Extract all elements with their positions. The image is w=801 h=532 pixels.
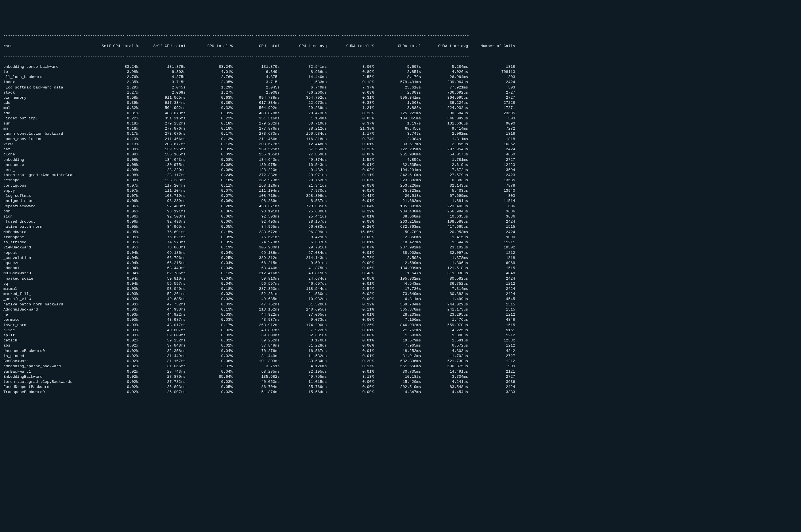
cell-cpu-total: 277.876ms — [234, 126, 281, 131]
cell-cpu-pct: 0.06% — [187, 209, 234, 214]
cell-calls: 13635 — [470, 178, 517, 183]
table-row: unsqueeze0.08%130.975ms0.08%130.975ms10.… — [3, 163, 798, 168]
cell-self-cpu: 47.752ms — [140, 302, 187, 307]
cell-name: detach_ — [3, 338, 93, 343]
table-row: AddcmulBackward0.03%44.933ms0.13%213.152… — [3, 307, 798, 312]
cell-name: cat — [3, 147, 93, 152]
cell-self-cpu-pct: 0.03% — [93, 307, 140, 312]
cell-self-cpu-pct: 0.03% — [93, 328, 140, 333]
cell-cuda-avg: 1.378ms — [423, 255, 470, 261]
cell-cuda-total: 2.505s — [376, 255, 423, 261]
cell-cuda-avg: 16.383us — [423, 178, 470, 183]
cell-calls: 3636 — [470, 209, 517, 214]
table-row: contiguous0.07%117.204ms0.11%168.126ms21… — [3, 183, 798, 188]
cell-cuda-total: 3.749s — [376, 131, 423, 136]
cell-calls: 2727 — [470, 374, 517, 379]
cell-name: native_batch_norm — [3, 224, 93, 229]
cell-cpu-total: 168.126ms — [234, 183, 281, 188]
cell-cpu-avg: 16.567us — [281, 348, 328, 354]
cell-cuda-avg: 2.619us — [423, 163, 470, 168]
cell-calls: 3333 — [470, 390, 517, 395]
cell-name: AddcmulBackward — [3, 307, 93, 312]
cell-cpu-avg: 32.681us — [281, 333, 328, 338]
cell-cpu-pct: 83.24% — [187, 64, 234, 70]
cell-self-cpu-pct: 0.05% — [93, 224, 140, 229]
cell-cuda-total: 202.519ms — [376, 384, 423, 390]
table-row: _index_put_impl_0.22%351.316ms0.22%351.3… — [3, 116, 798, 121]
cell-name: _masked_scale — [3, 276, 93, 281]
cell-name: torch::autograd::AccumulateGrad — [3, 173, 93, 178]
table-row: reshape0.08%123.238ms0.18%282.973ms20.75… — [3, 178, 798, 183]
cell-self-cpu: 504.992ms — [140, 106, 187, 111]
cell-cuda-avg: 606.875us — [423, 364, 470, 369]
cell-cpu-avg: 14.440ms — [281, 75, 328, 80]
cell-cpu-avg: 364.792us — [281, 95, 328, 100]
table-row: MmBackward0.05%76.691ms0.15%233.672ms96.… — [3, 230, 798, 235]
table-row: permute0.03%43.987ms0.03%43.987ms9.073us… — [3, 317, 798, 322]
cell-self-cpu-pct: 0.08% — [93, 157, 140, 163]
cell-cpu-avg: 31.228us — [281, 343, 328, 348]
cell-cpu-pct: 0.13% — [187, 307, 234, 312]
cell-cuda-avg: 5.284ms — [423, 64, 470, 70]
cell-calls: 12423 — [470, 173, 517, 178]
cell-calls: 6969 — [470, 261, 517, 266]
cell-calls: 303 — [470, 75, 517, 80]
cell-cuda-total: 38.668ms — [376, 214, 423, 219]
cell-calls: 1212 — [470, 359, 517, 364]
cell-calls: 2424 — [470, 219, 517, 224]
cell-calls: 2424 — [470, 147, 517, 152]
cell-cpu-total: 66.215ms — [234, 261, 281, 266]
cell-cuda-avg: 23.295us — [423, 312, 470, 317]
cell-self-cpu-pct: 0.07% — [93, 183, 140, 188]
cell-cpu-total: 98.289ms — [234, 198, 281, 204]
cell-name: permute — [3, 317, 93, 322]
cell-calls: 11514 — [470, 198, 517, 204]
cell-cuda-avg: 20.953ms — [423, 230, 470, 235]
table-row: stack1.27%2.008s1.27%2.008s736.260us0.63… — [3, 90, 798, 95]
cell-cuda-pct: 1.21% — [328, 106, 376, 111]
cell-cpu-total: 504.992ms — [234, 106, 281, 111]
cell-cpu-total: 84.965ms — [234, 224, 281, 229]
cell-cuda-pct: 0.37% — [328, 121, 376, 126]
cell-calls: 1515 — [470, 307, 517, 312]
cell-name: layer_norm — [3, 323, 93, 328]
cell-cuda-avg: 10.635us — [423, 214, 470, 219]
cell-cuda-pct: 0.01% — [328, 214, 376, 219]
cell-self-cpu: 37.848ms — [140, 343, 187, 348]
cell-cuda-avg: 5.403us — [423, 188, 470, 193]
cell-cuda-avg: 4.241us — [423, 379, 470, 384]
cell-self-cpu: 73.863ms — [140, 245, 187, 250]
cell-cuda-avg: 241.173us — [423, 307, 470, 312]
cell-cpu-pct: 0.06% — [187, 214, 234, 219]
cell-cpu-total: 49.685ms — [234, 297, 281, 302]
cell-name: _fused_dropout — [3, 219, 93, 224]
separator-mid: ----------------------------------------… — [3, 54, 798, 59]
cell-cuda-pct: 0.17% — [328, 364, 376, 369]
cell-self-cpu-pct: 0.06% — [93, 209, 140, 214]
cell-cuda-avg: 1.581us — [423, 338, 470, 343]
cell-cpu-avg: 57.560us — [281, 147, 328, 152]
cell-self-cpu: 59.810ms — [140, 276, 187, 281]
cell-self-cpu: 273.670ms — [140, 131, 187, 136]
cell-cpu-avg: 3.170us — [281, 338, 328, 343]
cell-self-cpu-pct: 0.05% — [93, 240, 140, 245]
cell-cpu-avg: 6.749ms — [281, 85, 328, 90]
cell-cuda-total: 1.197s — [376, 121, 423, 126]
cell-cpu-pct: 0.28% — [187, 204, 234, 209]
cell-calls: 303 — [470, 193, 517, 198]
cell-cpu-pct: 0.08% — [187, 163, 234, 168]
cell-cpu-pct: 0.63% — [187, 95, 234, 100]
cell-calls: 1212 — [470, 343, 517, 348]
cell-name: mul — [3, 106, 93, 111]
cell-calls: 2424 — [470, 230, 517, 235]
cell-cpu-avg: 41.875us — [281, 266, 328, 271]
table-row: mul0.32%504.992ms0.32%504.992ms29.239us1… — [3, 106, 798, 111]
cell-self-cpu-pct: 0.04% — [93, 271, 140, 276]
cell-name: ne — [3, 312, 93, 317]
cell-cuda-avg: 4.454us — [423, 390, 470, 395]
separator-top: ----------------------------------------… — [3, 33, 798, 38]
cell-cuda-pct: 0.89% — [328, 70, 376, 75]
cell-calls: 2424 — [470, 291, 517, 297]
cell-cpu-pct: 0.04% — [187, 250, 234, 255]
cell-cpu-total: 3.715s — [234, 80, 281, 85]
